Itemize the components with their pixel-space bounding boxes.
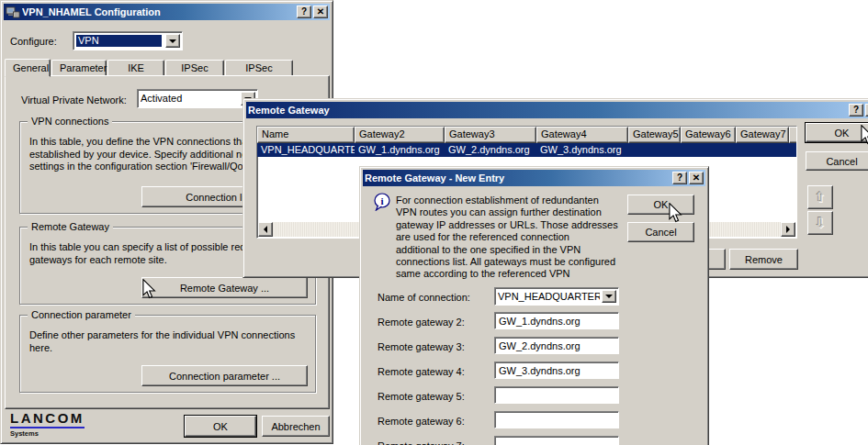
info-text: For connection establishment of redundan… — [396, 195, 618, 281]
column-header[interactable]: Gateway7 — [736, 127, 789, 143]
close-icon[interactable]: ✕ — [313, 6, 328, 18]
info-line: additional to the one specified in the V… — [396, 244, 618, 256]
configure-combobox[interactable]: VPN — [73, 31, 183, 50]
field-label: Remote gateway 5: — [378, 391, 465, 402]
configure-label: Configure: — [10, 36, 57, 47]
lancom-logo: LANCOM Systems — [10, 410, 85, 438]
field-label: Remote gateway 4: — [378, 366, 465, 377]
new-entry-titlebar[interactable]: Remote Gateway - New Entry ? ✕ — [363, 170, 705, 186]
remote-gateway-titlebar[interactable]: Remote Gateway ? ✕ — [246, 102, 868, 118]
tab-ipsec-param[interactable]: IPSec param. — [225, 60, 293, 76]
column-header[interactable]: Gateway2 — [355, 127, 445, 143]
logo-brand: LANCOM — [10, 410, 85, 428]
remote-gateway-2-input[interactable] — [494, 312, 619, 329]
help-button[interactable]: ? — [672, 172, 687, 184]
remote-gateway-5-input[interactable] — [494, 386, 619, 404]
table-row[interactable]: VPN_HEADQUARTER GW_1.dyndns.org GW_2.dyn… — [257, 143, 796, 157]
column-header-filler — [789, 127, 797, 143]
window-title: Remote Gateway - New Entry — [365, 172, 671, 184]
connection-name-combobox[interactable]: VPN_HEADQUARTER — [494, 287, 619, 306]
mouse-cursor — [141, 279, 156, 301]
column-header[interactable]: Name — [257, 127, 355, 143]
logo-sub: Systems — [10, 429, 85, 438]
app-icon — [6, 5, 20, 19]
vpn-activation-combobox[interactable]: Activated — [137, 89, 258, 108]
remote-gateway-3-input[interactable] — [494, 337, 619, 354]
vpn-activation-label: Virtual Private Network: — [21, 95, 127, 106]
move-up-button[interactable]: ⇧ — [807, 185, 833, 209]
tab-parameter[interactable]: Parameter — [51, 60, 107, 76]
group-text-line: gateways for each remote site. — [29, 254, 276, 267]
ok-button[interactable]: OK — [185, 416, 256, 437]
abbrechen-button[interactable]: Abbrechen — [262, 416, 330, 437]
column-header[interactable]: Gateway5 — [628, 127, 681, 143]
scroll-right-button[interactable] — [781, 222, 795, 237]
window-title: VPN_NHAMEL Configuration — [22, 6, 295, 17]
info-line: are used for the referenced connection — [396, 231, 618, 243]
field-label: Remote gateway 2: — [378, 317, 465, 328]
help-button[interactable]: ? — [297, 6, 311, 18]
window-title: Remote Gateway — [248, 105, 847, 116]
info-line: gateway IP addresses or URLs. Those addr… — [396, 219, 618, 231]
move-down-button[interactable]: ⇩ — [807, 211, 833, 235]
cell-gateway7 — [736, 143, 789, 157]
vpn-config-titlebar[interactable]: VPN_NHAMEL Configuration ? ✕ — [4, 4, 330, 20]
column-header[interactable]: Gateway6 — [681, 127, 736, 143]
field-label: Remote gateway 3: — [378, 341, 465, 352]
cell-gateway6 — [681, 143, 736, 157]
column-header[interactable]: Gateway3 — [445, 127, 536, 143]
tab-ipsec-prop[interactable]: IPSec prop. — [165, 60, 224, 76]
cell-gateway5 — [628, 143, 681, 157]
field-label: Remote gateway 7: — [378, 440, 465, 445]
field-label: Remote gateway 6: — [378, 416, 465, 427]
cell-name: VPN_HEADQUARTER — [257, 143, 355, 157]
arrow-up-icon: ⇧ — [815, 189, 827, 206]
group-text-line: In this table you can specify a list of … — [29, 241, 276, 254]
mouse-cursor — [668, 203, 682, 225]
ok-button[interactable]: OK — [627, 195, 694, 215]
remote-gateway-6-input[interactable] — [494, 411, 619, 428]
gateway-table-header: Name Gateway2 Gateway3 Gateway4 Gateway5… — [257, 127, 796, 143]
remove-button[interactable]: Remove — [729, 249, 798, 270]
cell-gateway4: GW_3.dyndns.org — [536, 143, 628, 157]
new-entry-dialog: Remote Gateway - New Entry ? ✕ i For con… — [359, 166, 709, 445]
info-line: connections list. All gateways must be c… — [396, 256, 618, 268]
chevron-down-icon[interactable] — [165, 34, 180, 48]
remote-gateway-button[interactable]: Remote Gateway ... — [141, 277, 308, 298]
config-tabs: General Parameter IKE param. IPSec prop.… — [5, 59, 294, 76]
cell-gateway2: GW_1.dyndns.org — [355, 143, 445, 157]
info-line: For connection establishment of redundan… — [396, 195, 618, 206]
field-label: Name of connection: — [378, 292, 470, 303]
group-title: Connection parameter — [28, 308, 135, 321]
help-button[interactable]: ? — [849, 104, 863, 117]
group-text-line: In this table, you define the VPN connec… — [29, 136, 272, 149]
column-header[interactable]: Gateway4 — [536, 127, 628, 143]
cancel-button[interactable]: Cancel — [806, 151, 868, 171]
info-icon: i — [374, 193, 391, 213]
info-line: same according to the referenced VPN — [396, 268, 618, 280]
remote-gateway-7-input[interactable] — [494, 436, 619, 445]
close-icon[interactable]: ✕ — [689, 172, 704, 184]
group-text-line: established by your device. Specify addi… — [29, 149, 272, 161]
group-text-line: settings in the configuration section 'F… — [29, 161, 272, 173]
configure-value: VPN — [76, 35, 162, 47]
tab-general[interactable]: General — [5, 59, 51, 77]
ok-button[interactable]: OK — [806, 123, 868, 142]
remote-gateway-4-input[interactable] — [494, 362, 619, 379]
cell-filler — [789, 143, 796, 157]
scroll-left-button[interactable] — [258, 222, 273, 237]
chevron-down-icon[interactable] — [602, 290, 616, 303]
svg-text:i: i — [380, 195, 383, 206]
group-text-line: Define other parameters for the individu… — [29, 329, 295, 342]
group-title: VPN connections — [28, 115, 112, 128]
mouse-cursor — [860, 125, 868, 147]
group-title: Remote Gateway — [28, 220, 113, 233]
cell-gateway3: GW_2.dyndns.org — [445, 143, 536, 157]
info-line: VPN routes you can assign further destin… — [396, 206, 618, 218]
group-text-line: here. — [29, 342, 295, 355]
connection-name-value: VPN_HEADQUARTER — [498, 291, 600, 302]
vpn-activation-value: Activated — [141, 93, 239, 105]
connection-parameter-button[interactable]: Connection parameter ... — [141, 365, 308, 386]
cancel-button[interactable]: Cancel — [627, 222, 694, 242]
tab-ike-param[interactable]: IKE param. — [107, 60, 164, 76]
